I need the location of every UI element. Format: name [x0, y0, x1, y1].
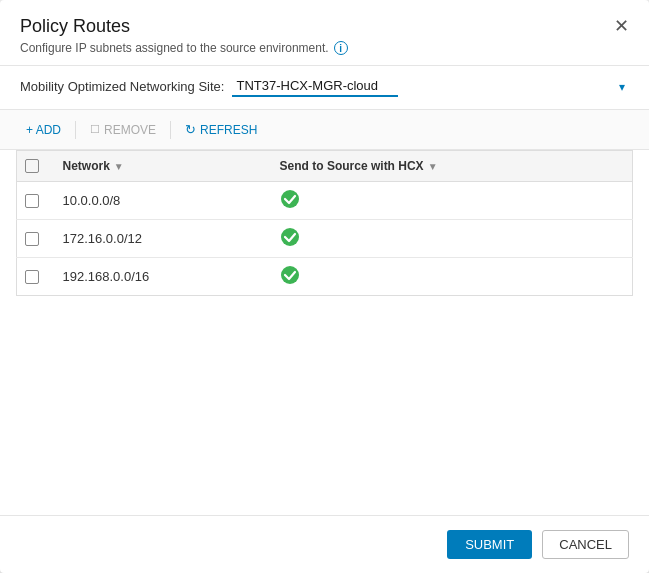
row-checkbox[interactable]: [25, 270, 39, 284]
svg-point-0: [281, 190, 299, 208]
site-select-wrapper: TNT37-HCX-MGR-cloud: [232, 76, 629, 97]
header-network: Network ▼: [53, 151, 270, 182]
subtitle-text: Configure IP subnets assigned to the sou…: [20, 41, 329, 55]
send-cell: [270, 220, 633, 258]
row-checkbox[interactable]: [25, 232, 39, 246]
send-check-icon: [280, 227, 300, 247]
network-cell: 10.0.0.0/8: [53, 182, 270, 220]
send-check-icon: [280, 189, 300, 209]
svg-point-2: [281, 266, 299, 284]
dialog-subtitle: Configure IP subnets assigned to the sou…: [20, 41, 629, 55]
network-cell: 192.168.0.0/16: [53, 258, 270, 296]
table-row: 192.168.0.0/16: [17, 258, 633, 296]
site-row: Mobility Optimized Networking Site: TNT3…: [0, 66, 649, 110]
toolbar-separator-2: [170, 121, 171, 139]
toolbar-separator-1: [75, 121, 76, 139]
table-body: 10.0.0.0/8 172.16.0.0/12 192.168.0.0/16: [17, 182, 633, 296]
add-button[interactable]: + ADD: [16, 119, 71, 141]
refresh-icon: ↻: [185, 122, 196, 137]
refresh-label: REFRESH: [200, 123, 257, 137]
dialog-footer: SUBMIT CANCEL: [0, 515, 649, 573]
send-filter-icon[interactable]: ▼: [428, 161, 438, 172]
network-col-label: Network: [63, 159, 110, 173]
table-container: Network ▼ Send to Source with HCX ▼ 10.0…: [0, 150, 649, 515]
row-checkbox[interactable]: [25, 194, 39, 208]
submit-button[interactable]: SUBMIT: [447, 530, 532, 559]
table-row: 10.0.0.0/8: [17, 182, 633, 220]
site-label: Mobility Optimized Networking Site:: [20, 79, 224, 94]
table-row: 172.16.0.0/12: [17, 220, 633, 258]
row-checkbox-cell: [17, 220, 53, 258]
table-header-row: Network ▼ Send to Source with HCX ▼: [17, 151, 633, 182]
send-cell: [270, 258, 633, 296]
remove-button[interactable]: ☐ REMOVE: [80, 119, 166, 141]
policy-routes-dialog: Policy Routes Configure IP subnets assig…: [0, 0, 649, 573]
dialog-title: Policy Routes: [20, 16, 629, 37]
cancel-button[interactable]: CANCEL: [542, 530, 629, 559]
row-checkbox-cell: [17, 182, 53, 220]
dialog-header: Policy Routes Configure IP subnets assig…: [0, 0, 649, 66]
refresh-button[interactable]: ↻ REFRESH: [175, 118, 267, 141]
network-cell: 172.16.0.0/12: [53, 220, 270, 258]
routes-table: Network ▼ Send to Source with HCX ▼ 10.0…: [16, 150, 633, 296]
network-filter-icon[interactable]: ▼: [114, 161, 124, 172]
send-check-icon: [280, 265, 300, 285]
site-select[interactable]: TNT37-HCX-MGR-cloud: [232, 76, 398, 97]
header-send: Send to Source with HCX ▼: [270, 151, 633, 182]
toolbar: + ADD ☐ REMOVE ↻ REFRESH: [0, 110, 649, 150]
close-button[interactable]: ✕: [609, 14, 633, 38]
add-label: + ADD: [26, 123, 61, 137]
svg-point-1: [281, 228, 299, 246]
send-col-label: Send to Source with HCX: [280, 159, 424, 173]
send-cell: [270, 182, 633, 220]
row-checkbox-cell: [17, 258, 53, 296]
select-all-checkbox[interactable]: [25, 159, 39, 173]
remove-icon: ☐: [90, 123, 100, 136]
remove-label: REMOVE: [104, 123, 156, 137]
info-icon[interactable]: i: [334, 41, 348, 55]
header-checkbox-col: [17, 151, 53, 182]
